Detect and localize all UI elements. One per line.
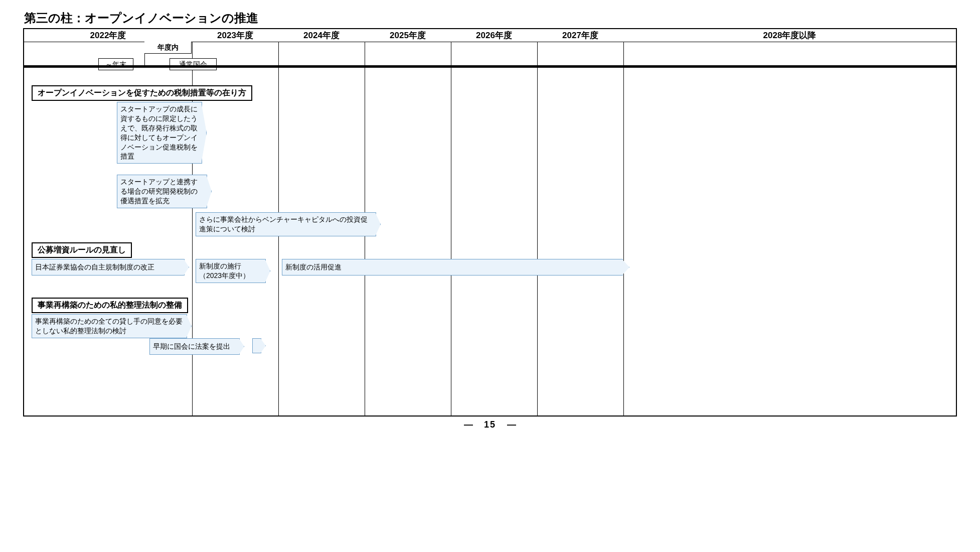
- s2-item1: 日本証券業協会の自主規制制度の改正: [32, 259, 185, 275]
- col-head-2023: 2023年度: [192, 29, 278, 42]
- col-head-2022: 2022年度: [24, 29, 192, 42]
- section2-title: 公募増資ルールの見直し: [32, 242, 132, 258]
- s1-item3: さらに事業会社からベンチャーキャピタルへの投資促進策について検討: [196, 212, 376, 236]
- col-head-2028plus: 2028年度以降: [623, 29, 956, 42]
- page-number: ―15―: [10, 420, 970, 430]
- s3-item2-continuation-arrow: [252, 338, 261, 353]
- section1-title: オープンイノベーションを促すための税制措置等の在り方: [32, 85, 252, 101]
- roadmap-chart: 2022年度 2023年度 2024年度 2025年度 2026年度 2027年…: [23, 28, 957, 417]
- s2-item2: 新制度の施行（2023年度中）: [196, 259, 266, 283]
- col-head-2026: 2026年度: [451, 29, 537, 42]
- body-divider: [24, 65, 956, 68]
- col-head-2024: 2024年度: [278, 29, 365, 42]
- section3-title: 事業再構築のための私的整理法制の整備: [32, 298, 188, 313]
- s3-item1: 事業再構築のための全ての貸し手の同意を必要としない私的整理法制の検討: [32, 314, 187, 338]
- s1-item2: スタートアップと連携する場合の研究開発税制の優遇措置を拡充: [117, 175, 207, 208]
- subhead-by-year-end: ～年末: [98, 58, 133, 70]
- subhead-in-year: 年度内: [144, 42, 192, 54]
- subhead-diet: 通常国会: [170, 58, 217, 70]
- col-head-2027: 2027年度: [537, 29, 623, 42]
- page-title: 第三の柱：オープンイノベーションの推進: [24, 10, 970, 26]
- s2-item3: 新制度の活用促進: [282, 259, 623, 275]
- year-header-row: 2022年度 2023年度 2024年度 2025年度 2026年度 2027年…: [24, 29, 956, 42]
- col-head-2025: 2025年度: [365, 29, 451, 42]
- s3-item2: 早期に国会に法案を提出: [149, 338, 240, 355]
- s1-item1: スタートアップの成長に資するものに限定したうえで、既存発行株式の取得に対してもオ…: [117, 102, 202, 164]
